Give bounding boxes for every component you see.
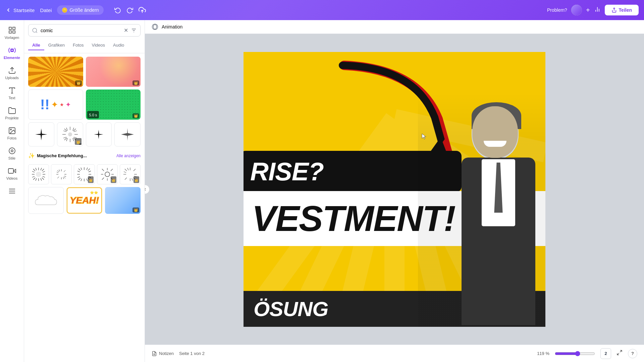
4star-small-icon: [94, 129, 104, 139]
notes-button[interactable]: Notizen: [152, 351, 174, 356]
search-clear-button[interactable]: ✕: [124, 27, 128, 34]
svg-line-69: [57, 177, 59, 178]
share-button[interactable]: Teilen: [605, 5, 639, 15]
canvas-wrapper[interactable]: RISE? VESTMENT! ÖSUNG: [145, 34, 644, 345]
sidebar-item-projekte[interactable]: Projekte: [2, 104, 22, 123]
lines-icon: [8, 187, 16, 195]
crown-badge-blue: 👑: [132, 207, 139, 213]
analytics-button[interactable]: [594, 6, 601, 14]
burst-thumb-3[interactable]: 👑: [74, 164, 95, 184]
crown-burst-4: 👑: [112, 179, 115, 182]
user-avatar[interactable]: [571, 5, 582, 15]
chart-icon: [594, 6, 601, 13]
collapse-icon: [145, 188, 147, 191]
show-all-link[interactable]: Alle anzeigen: [116, 154, 141, 158]
back-button[interactable]: Startseite: [5, 7, 35, 13]
magic-icon: ✨: [28, 153, 35, 159]
sidebar-item-elemente[interactable]: Elemente: [2, 44, 22, 62]
thumbnail-radial-burst[interactable]: 👑: [57, 122, 83, 146]
thumbnail-green-halftone[interactable]: 5.0 s 👑: [86, 89, 141, 120]
thumbnail-blue-gradient[interactable]: 👑: [105, 187, 141, 214]
sidebar-item-text[interactable]: Text: [2, 84, 22, 103]
tab-fotos[interactable]: Fotos: [69, 41, 88, 50]
svg-line-70: [59, 170, 60, 171]
crown-badge-1: 👑: [75, 80, 82, 85]
search-input[interactable]: [41, 28, 121, 33]
collapse-panel-button[interactable]: [145, 185, 150, 194]
crown-icon-2: 👑: [134, 81, 138, 85]
search-bar: ✕: [28, 24, 141, 37]
svg-line-94: [102, 169, 104, 171]
svg-line-55: [32, 171, 35, 172]
svg-line-73: [64, 176, 66, 177]
thumbnail-4star-small[interactable]: [86, 122, 112, 146]
thumbnail-comic-popart[interactable]: 👑: [86, 57, 141, 87]
burst-thumb-4[interactable]: 👑: [97, 164, 118, 184]
thumbnail-sunburst[interactable]: 👑: [28, 57, 83, 87]
animation-bar-icon: [152, 23, 158, 30]
vorlagen-icon: [8, 26, 16, 34]
topbar-right: Problem? + Teilen: [547, 5, 639, 15]
fotos-icon: [8, 127, 16, 135]
page-nav-button[interactable]: 2: [600, 348, 611, 359]
resize-icon: 🪙: [62, 7, 67, 13]
sidebar-item-uploads[interactable]: Uploads: [2, 64, 22, 82]
svg-line-24: [36, 32, 37, 33]
search-filter-button[interactable]: [131, 27, 137, 34]
burst-thumb-5[interactable]: 👑: [120, 164, 141, 184]
crown-burst-3: 👑: [89, 179, 93, 182]
add-button[interactable]: +: [586, 6, 590, 14]
svg-point-16: [9, 148, 15, 154]
tab-grafiken[interactable]: Grafiken: [44, 41, 69, 50]
burst-thumb-2[interactable]: [51, 164, 72, 184]
svg-line-54: [41, 178, 42, 181]
sidebar-item-stile[interactable]: Stile: [2, 144, 22, 163]
svg-line-40: [73, 128, 74, 131]
thumbnail-cloud[interactable]: [28, 187, 64, 214]
fullscreen-button[interactable]: [616, 350, 623, 357]
help-button[interactable]: ?: [628, 349, 637, 358]
burst-thumb-1[interactable]: [28, 164, 49, 184]
sidebar-icons: Vorlagen Elemente Uploads Text: [0, 20, 24, 362]
svg-line-38: [63, 131, 66, 132]
svg-point-98: [105, 172, 110, 177]
file-menu[interactable]: Datei: [40, 7, 52, 13]
thumbnail-yeah[interactable]: YEAH! ⭐⭐: [66, 187, 102, 214]
svg-line-60: [32, 176, 35, 177]
svg-point-15: [10, 129, 11, 130]
elemente-icon: [8, 46, 16, 54]
thumbnail-elongated-star[interactable]: [114, 122, 141, 146]
stars-row: 👑: [28, 122, 141, 146]
notes-icon: [152, 351, 157, 356]
sidebar-item-vorlagen[interactable]: Vorlagen: [2, 23, 22, 42]
svg-line-87: [81, 179, 82, 181]
animation-bar: Animation: [145, 20, 644, 34]
tab-audio[interactable]: Audio: [109, 41, 128, 50]
undo-button[interactable]: [114, 7, 121, 13]
thumbnail-stars-exclaim[interactable]: !! ✦ ★ ✦: [28, 89, 83, 120]
svg-line-107: [127, 168, 128, 170]
topbar: Startseite Datei 🪙 Größe ändern: [0, 0, 644, 20]
svg-line-81: [78, 178, 80, 180]
svg-line-97: [102, 178, 104, 180]
svg-line-127: [617, 353, 619, 355]
sidebar-item-lines[interactable]: [2, 184, 22, 198]
resize-button[interactable]: 🪙 Größe ändern: [57, 5, 103, 15]
svg-line-126: [620, 350, 622, 352]
zoom-slider[interactable]: [555, 351, 595, 356]
tab-videos[interactable]: Videos: [88, 41, 109, 50]
zoom-slider-wrapper: [555, 351, 595, 356]
cloud-save-button[interactable]: [139, 6, 146, 14]
crown-icon-burst: 👑: [76, 140, 80, 144]
svg-line-50: [42, 178, 44, 180]
thumbnail-4star-large[interactable]: [28, 122, 54, 146]
tab-alle[interactable]: Alle: [28, 41, 44, 50]
redo-button[interactable]: [126, 7, 133, 13]
sidebar-item-fotos[interactable]: Fotos: [2, 124, 22, 143]
recommendation-title: Magische Empfehlung...: [37, 153, 87, 158]
fotos-label: Fotos: [7, 136, 17, 140]
man-figure: [418, 92, 545, 327]
sidebar-item-videos[interactable]: Videos: [2, 164, 22, 183]
problem-button[interactable]: Problem?: [547, 7, 567, 13]
svg-line-49: [33, 169, 35, 171]
